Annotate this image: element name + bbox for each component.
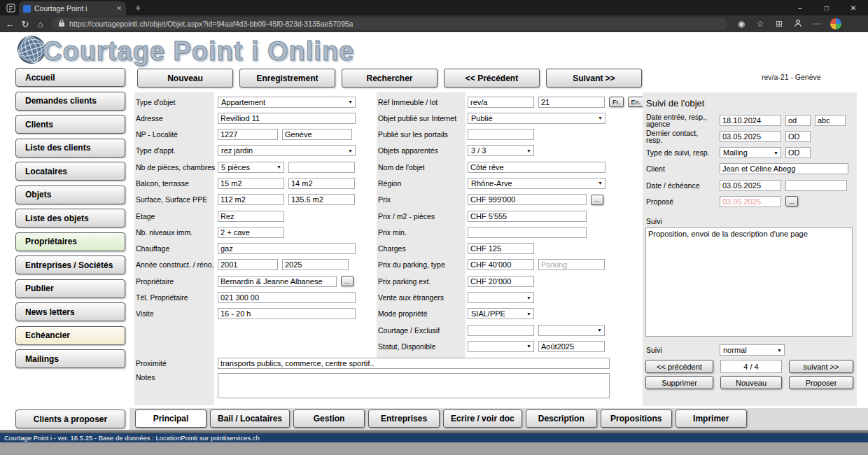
supprimer-button[interactable]: Supprimer [645,376,713,389]
suivi-mode-select[interactable]: normal▼ [720,344,785,356]
sidebar-item-clients[interactable]: Clients [15,115,125,134]
suivant-button[interactable]: Suivant >> [546,69,642,88]
prix-m2-input[interactable] [468,211,587,222]
lot-input[interactable] [538,97,605,108]
tab-propositions[interactable]: Propositions [601,410,672,428]
suivi-textarea[interactable]: Proposition, envoi de la description d'u… [645,227,853,337]
window-maximize-button[interactable]: □ [813,0,840,15]
np-input[interactable] [218,129,278,140]
surface-input[interactable] [218,194,284,205]
resp-input[interactable] [785,115,811,126]
refresh-icon[interactable]: ↻ [18,19,33,29]
date-entree-input[interactable] [720,115,781,126]
agence-input[interactable] [815,115,846,126]
sidebar-item-echeancier[interactable]: Echéancier [15,326,125,345]
type-suivi-select[interactable]: Mailing▼ [720,147,781,158]
en-button[interactable]: En. [628,97,645,107]
profile-avatar[interactable] [830,18,841,29]
dernier-resp-input[interactable] [785,131,811,142]
tab-entreprises[interactable]: Entreprises [368,410,440,428]
clients-a-proposer-button[interactable]: Clients à proposer [15,410,125,428]
sidebar-item-accueil[interactable]: Accueil [15,68,125,87]
propose-more-button[interactable]: ... [785,196,798,206]
window-minimize-button[interactable]: – [787,0,813,15]
nouveau-suivi-button[interactable]: Nouveau [720,376,782,389]
dernier-contact-input[interactable] [720,131,781,142]
new-tab-button[interactable]: + [132,1,144,14]
precedent-button[interactable]: << Précédent [444,69,540,88]
propose-date-input[interactable] [720,196,781,207]
browser-menu-icon[interactable]: ⋯ [811,19,822,29]
prix-parking-ext-input[interactable] [468,276,534,287]
proprietaire-input[interactable] [218,276,337,287]
charges-input[interactable] [468,243,534,254]
disponible-input[interactable] [538,341,605,352]
courtage-input[interactable] [468,325,534,336]
address-bar[interactable]: https://courtagepointi.ch/objet/Objet.as… [51,18,727,30]
suivi-next-button[interactable]: suivant >> [789,360,853,373]
publie-internet-select[interactable]: Publié▼ [468,113,606,124]
mode-propriete-select[interactable]: SIAL/PPE▼ [468,308,534,319]
sidebar-item-news-letters[interactable]: News letters [15,302,125,321]
echeance-input[interactable] [785,180,847,191]
home-icon[interactable]: ⌂ [33,19,48,29]
window-close-button[interactable]: ✕ [840,0,867,15]
ref-immeuble-input[interactable] [468,97,534,108]
collections-icon[interactable]: ⊞ [774,19,785,29]
suivi-pos-input[interactable] [720,360,782,373]
surface-ppe-input[interactable] [288,194,355,205]
tab-principal[interactable]: Principal [135,410,206,428]
prix-input[interactable] [468,194,587,205]
echeance-date-input[interactable] [720,180,781,191]
favorites-star-icon[interactable]: ☆ [755,19,766,29]
parking-type-input[interactable] [538,259,605,270]
balcon-input[interactable] [218,178,284,189]
prix-parking-input[interactable] [468,259,534,270]
annee-construction-input[interactable] [218,259,278,270]
prix-min-input[interactable] [468,227,587,238]
nb-pieces-select[interactable]: 5 pièces▼ [218,162,284,173]
tel-proprietaire-input[interactable] [218,292,356,303]
sidebar-item-mailings[interactable]: Mailings [15,349,125,368]
notes-textarea[interactable] [218,373,610,398]
sidebar-item-proprietaires[interactable]: Propriétaires [15,232,125,251]
window-app-icon[interactable] [6,3,15,12]
browser-tab[interactable]: Courtage Point i ✕ [19,1,126,15]
tab-bail-locataires[interactable]: Bail / Locataires [210,410,290,428]
copilot-icon[interactable]: ◉ [736,19,747,29]
region-select[interactable]: Rhône-Arve▼ [468,178,606,189]
rechercher-button[interactable]: Rechercher [342,69,438,88]
visite-input[interactable] [218,308,356,319]
sidebar-item-entreprises-societes[interactable]: Entreprises / Sociétés [15,255,125,274]
tab-gestion[interactable]: Gestion [293,410,365,428]
chambres-input[interactable] [288,162,355,173]
proposer-button[interactable]: Proposer [789,376,853,389]
sidebar-item-objets[interactable]: Objets [15,186,125,204]
publie-portails-input[interactable] [468,129,534,140]
localite-input[interactable] [282,129,352,140]
tab-close-icon[interactable]: ✕ [116,5,122,12]
sidebar-item-locataires[interactable]: Locataires [15,162,125,181]
niveaux-input[interactable] [218,227,284,238]
etage-input[interactable] [218,211,284,222]
sidebar-item-demandes-clients[interactable]: Demandes clients [15,92,125,111]
proprietaire-more-button[interactable]: ... [341,276,354,286]
sidebar-item-publier[interactable]: Publier [15,279,125,298]
terrasse-input[interactable] [288,178,355,189]
type-resp-input[interactable] [785,147,811,158]
tab-description[interactable]: Description [526,410,597,428]
sidebar-item-liste-des-clients[interactable]: Liste des clients [15,139,125,158]
type-appt-select[interactable]: rez jardin▼ [218,145,356,156]
enregistrement-button[interactable]: Enregistrement [239,69,335,88]
annee-renovation-input[interactable] [282,259,349,270]
client-input[interactable] [720,163,848,174]
exclusif-select[interactable]: ▼ [538,325,605,336]
fr-button[interactable]: Fr. [609,97,624,107]
nom-objet-input[interactable] [468,162,606,173]
sidebar-item-liste-des-objets[interactable]: Liste des objets [15,209,125,227]
profile-person-icon[interactable] [792,18,804,30]
objets-apparentes-select[interactable]: 3 / 3▼ [468,145,534,156]
vente-etrangers-select[interactable]: ▼ [468,292,534,303]
tab-imprimer[interactable]: Imprimer [676,410,747,428]
chauffage-input[interactable] [218,243,356,254]
